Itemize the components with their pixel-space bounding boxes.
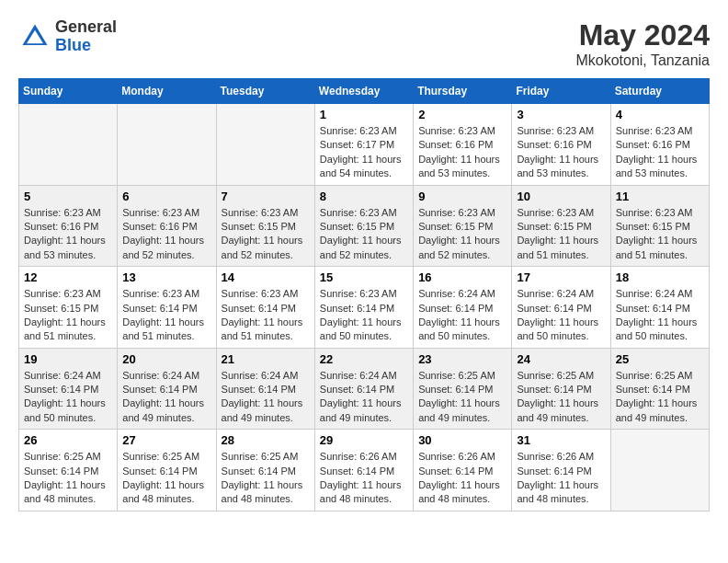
day-info: Sunrise: 6:24 AM Sunset: 6:14 PM Dayligh… <box>24 369 112 426</box>
calendar-week-1: 1Sunrise: 6:23 AM Sunset: 6:17 PM Daylig… <box>19 104 710 186</box>
day-info: Sunrise: 6:23 AM Sunset: 6:14 PM Dayligh… <box>222 287 310 344</box>
calendar-cell <box>19 104 118 186</box>
calendar-cell: 12Sunrise: 6:23 AM Sunset: 6:15 PM Dayli… <box>19 267 118 349</box>
day-number: 2 <box>418 108 506 121</box>
calendar-cell: 31Sunrise: 6:26 AM Sunset: 6:14 PM Dayli… <box>512 430 610 511</box>
calendar-cell <box>216 104 314 186</box>
day-info: Sunrise: 6:23 AM Sunset: 6:14 PM Dayligh… <box>122 287 210 344</box>
day-header-monday: Monday <box>118 79 216 104</box>
day-info: Sunrise: 6:26 AM Sunset: 6:14 PM Dayligh… <box>517 450 605 507</box>
day-info: Sunrise: 6:25 AM Sunset: 6:14 PM Dayligh… <box>122 450 210 507</box>
day-number: 1 <box>320 108 408 121</box>
logo: General Blue <box>18 18 117 55</box>
day-number: 21 <box>222 352 310 366</box>
day-number: 18 <box>616 270 704 284</box>
day-info: Sunrise: 6:25 AM Sunset: 6:14 PM Dayligh… <box>24 450 112 507</box>
calendar-cell: 19Sunrise: 6:24 AM Sunset: 6:14 PM Dayli… <box>19 348 118 430</box>
calendar-cell: 15Sunrise: 6:23 AM Sunset: 6:14 PM Dayli… <box>314 267 413 349</box>
day-number: 23 <box>418 352 506 366</box>
calendar-cell: 6Sunrise: 6:23 AM Sunset: 6:16 PM Daylig… <box>118 185 216 267</box>
calendar-cell: 26Sunrise: 6:25 AM Sunset: 6:14 PM Dayli… <box>19 430 118 511</box>
day-info: Sunrise: 6:24 AM Sunset: 6:14 PM Dayligh… <box>320 369 408 426</box>
day-info: Sunrise: 6:23 AM Sunset: 6:15 PM Dayligh… <box>418 206 506 263</box>
logo-blue: Blue <box>55 37 117 55</box>
title-block: May 2024 Mkokotoni, Tanzania <box>575 18 710 69</box>
day-info: Sunrise: 6:23 AM Sunset: 6:17 PM Dayligh… <box>320 124 408 181</box>
page-header: General Blue May 2024 Mkokotoni, Tanzani… <box>18 18 710 69</box>
day-number: 17 <box>517 270 605 284</box>
day-info: Sunrise: 6:25 AM Sunset: 6:14 PM Dayligh… <box>418 369 506 426</box>
day-header-friday: Friday <box>512 79 610 104</box>
calendar-cell: 30Sunrise: 6:26 AM Sunset: 6:14 PM Dayli… <box>414 430 512 511</box>
day-header-saturday: Saturday <box>610 79 709 104</box>
day-number: 7 <box>222 190 310 203</box>
day-info: Sunrise: 6:23 AM Sunset: 6:15 PM Dayligh… <box>320 206 408 263</box>
calendar-cell: 28Sunrise: 6:25 AM Sunset: 6:14 PM Dayli… <box>216 430 314 511</box>
calendar-week-5: 26Sunrise: 6:25 AM Sunset: 6:14 PM Dayli… <box>19 430 710 511</box>
calendar-cell: 8Sunrise: 6:23 AM Sunset: 6:15 PM Daylig… <box>314 185 413 267</box>
day-header-sunday: Sunday <box>19 79 118 104</box>
day-number: 26 <box>24 433 112 447</box>
day-info: Sunrise: 6:23 AM Sunset: 6:16 PM Dayligh… <box>24 206 112 263</box>
day-number: 6 <box>122 190 210 203</box>
calendar-cell: 14Sunrise: 6:23 AM Sunset: 6:14 PM Dayli… <box>216 267 314 349</box>
calendar-cell: 24Sunrise: 6:25 AM Sunset: 6:14 PM Dayli… <box>512 348 610 430</box>
day-number: 5 <box>24 190 112 203</box>
day-number: 16 <box>418 270 506 284</box>
calendar-cell: 16Sunrise: 6:24 AM Sunset: 6:14 PM Dayli… <box>414 267 512 349</box>
calendar-cell: 9Sunrise: 6:23 AM Sunset: 6:15 PM Daylig… <box>414 185 512 267</box>
calendar-week-4: 19Sunrise: 6:24 AM Sunset: 6:14 PM Dayli… <box>19 348 710 430</box>
calendar-cell: 1Sunrise: 6:23 AM Sunset: 6:17 PM Daylig… <box>314 104 413 186</box>
calendar-cell: 10Sunrise: 6:23 AM Sunset: 6:15 PM Dayli… <box>512 185 610 267</box>
day-info: Sunrise: 6:24 AM Sunset: 6:14 PM Dayligh… <box>222 369 310 426</box>
day-info: Sunrise: 6:23 AM Sunset: 6:16 PM Dayligh… <box>517 124 605 181</box>
calendar-cell: 23Sunrise: 6:25 AM Sunset: 6:14 PM Dayli… <box>414 348 512 430</box>
day-number: 28 <box>222 433 310 447</box>
calendar-cell <box>610 430 709 511</box>
calendar-week-3: 12Sunrise: 6:23 AM Sunset: 6:15 PM Dayli… <box>19 267 710 349</box>
calendar-cell <box>118 104 216 186</box>
calendar-cell: 7Sunrise: 6:23 AM Sunset: 6:15 PM Daylig… <box>216 185 314 267</box>
location: Mkokotoni, Tanzania <box>575 52 710 69</box>
day-info: Sunrise: 6:23 AM Sunset: 6:15 PM Dayligh… <box>517 206 605 263</box>
month-year: May 2024 <box>575 18 710 52</box>
day-info: Sunrise: 6:24 AM Sunset: 6:14 PM Dayligh… <box>616 287 704 344</box>
day-info: Sunrise: 6:25 AM Sunset: 6:14 PM Dayligh… <box>517 369 605 426</box>
day-info: Sunrise: 6:24 AM Sunset: 6:14 PM Dayligh… <box>122 369 210 426</box>
day-number: 13 <box>122 270 210 284</box>
day-info: Sunrise: 6:23 AM Sunset: 6:15 PM Dayligh… <box>222 206 310 263</box>
calendar-cell: 22Sunrise: 6:24 AM Sunset: 6:14 PM Dayli… <box>314 348 413 430</box>
calendar-cell: 2Sunrise: 6:23 AM Sunset: 6:16 PM Daylig… <box>414 104 512 186</box>
day-header-tuesday: Tuesday <box>216 79 314 104</box>
calendar-cell: 3Sunrise: 6:23 AM Sunset: 6:16 PM Daylig… <box>512 104 610 186</box>
day-number: 31 <box>517 433 605 447</box>
day-number: 12 <box>24 270 112 284</box>
day-number: 14 <box>222 270 310 284</box>
day-info: Sunrise: 6:23 AM Sunset: 6:15 PM Dayligh… <box>24 287 112 344</box>
day-info: Sunrise: 6:25 AM Sunset: 6:14 PM Dayligh… <box>616 369 704 426</box>
day-info: Sunrise: 6:23 AM Sunset: 6:14 PM Dayligh… <box>320 287 408 344</box>
calendar-cell: 27Sunrise: 6:25 AM Sunset: 6:14 PM Dayli… <box>118 430 216 511</box>
calendar-cell: 5Sunrise: 6:23 AM Sunset: 6:16 PM Daylig… <box>19 185 118 267</box>
calendar-cell: 13Sunrise: 6:23 AM Sunset: 6:14 PM Dayli… <box>118 267 216 349</box>
day-info: Sunrise: 6:23 AM Sunset: 6:16 PM Dayligh… <box>122 206 210 263</box>
day-number: 15 <box>320 270 408 284</box>
day-info: Sunrise: 6:23 AM Sunset: 6:16 PM Dayligh… <box>418 124 506 181</box>
day-number: 22 <box>320 352 408 366</box>
day-number: 24 <box>517 352 605 366</box>
day-info: Sunrise: 6:23 AM Sunset: 6:16 PM Dayligh… <box>616 124 704 181</box>
day-info: Sunrise: 6:25 AM Sunset: 6:14 PM Dayligh… <box>222 450 310 507</box>
day-info: Sunrise: 6:23 AM Sunset: 6:15 PM Dayligh… <box>616 206 704 263</box>
day-info: Sunrise: 6:24 AM Sunset: 6:14 PM Dayligh… <box>418 287 506 344</box>
calendar-cell: 4Sunrise: 6:23 AM Sunset: 6:16 PM Daylig… <box>610 104 709 186</box>
day-number: 10 <box>517 190 605 203</box>
day-number: 20 <box>122 352 210 366</box>
day-info: Sunrise: 6:24 AM Sunset: 6:14 PM Dayligh… <box>517 287 605 344</box>
day-number: 29 <box>320 433 408 447</box>
day-number: 27 <box>122 433 210 447</box>
day-info: Sunrise: 6:26 AM Sunset: 6:14 PM Dayligh… <box>418 450 506 507</box>
day-number: 8 <box>320 190 408 203</box>
logo-icon <box>18 20 51 53</box>
logo-general: General <box>55 18 117 37</box>
day-number: 4 <box>616 108 704 121</box>
